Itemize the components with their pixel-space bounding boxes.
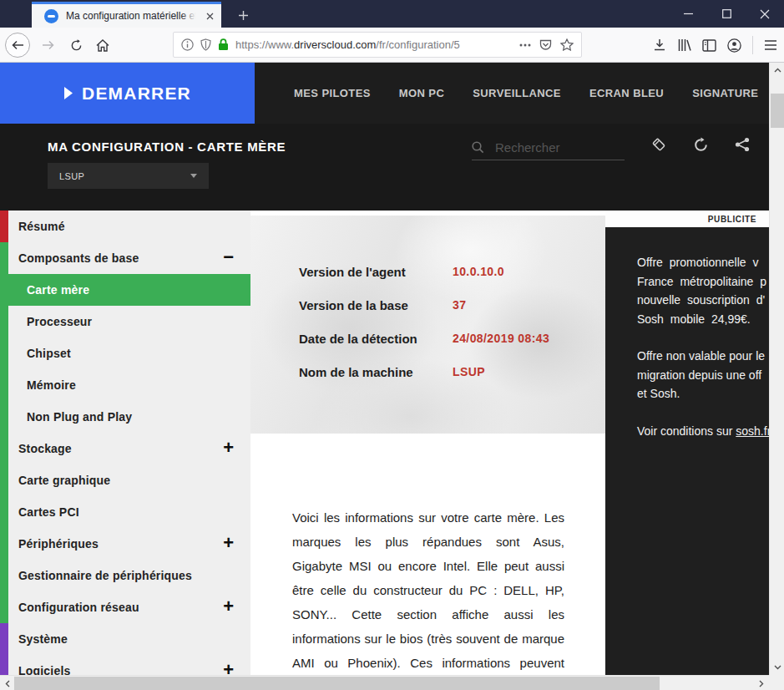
tracking-shield-icon[interactable] bbox=[200, 38, 211, 51]
site-header: DEMARRER MES PILOTES MON PC SURVEILLANCE… bbox=[0, 63, 769, 124]
sidebar-item-carte-graphique[interactable]: Carte graphique bbox=[0, 464, 250, 496]
nav-item-surveillance[interactable]: SURVEILLANCE bbox=[473, 87, 561, 99]
sidebar-item-carte-mere[interactable]: Carte mère bbox=[0, 274, 250, 306]
titlebar: Ma configuration matérielle et bbox=[0, 0, 784, 28]
expand-icon[interactable]: + bbox=[223, 534, 234, 552]
url-bar[interactable]: https://www.driverscloud.com/fr/configur… bbox=[173, 32, 582, 58]
category-strip bbox=[0, 274, 8, 306]
lock-icon[interactable] bbox=[218, 38, 229, 51]
sidebar-item-peripheriques[interactable]: Périphériques + bbox=[0, 528, 250, 560]
page-subheader: MA CONFIGURATION - CARTE MÈRE LSUP bbox=[0, 124, 769, 211]
back-button[interactable] bbox=[5, 33, 30, 58]
expand-icon[interactable]: + bbox=[223, 661, 234, 675]
scroll-left-icon[interactable] bbox=[2, 677, 13, 689]
ad-banner[interactable]: Offre promotionnelle v France métropolit… bbox=[605, 227, 769, 675]
expand-icon[interactable]: + bbox=[223, 439, 234, 457]
info-row: Nom de la machine LSUP bbox=[299, 363, 589, 381]
tag-icon[interactable] bbox=[650, 136, 667, 153]
share-icon[interactable] bbox=[735, 137, 750, 152]
category-strip bbox=[0, 369, 8, 401]
header-action-icons bbox=[650, 136, 750, 153]
category-strip bbox=[0, 560, 8, 591]
page-actions-icon[interactable] bbox=[519, 43, 531, 47]
home-button[interactable] bbox=[90, 33, 115, 58]
sidebar-item-composants-de-base[interactable]: Composants de base − bbox=[0, 242, 250, 274]
category-strip bbox=[0, 433, 8, 464]
category-strip bbox=[0, 464, 8, 496]
pocket-icon[interactable] bbox=[539, 39, 552, 51]
sidebar-item-cartes-pci[interactable]: Cartes PCI bbox=[0, 496, 250, 528]
chevron-down-icon bbox=[190, 174, 197, 178]
search-field[interactable] bbox=[472, 135, 625, 160]
sidebar-item-memoire[interactable]: Mémoire bbox=[0, 369, 250, 401]
sidebar-item-gestionnaire-peripheriques[interactable]: Gestionnaire de périphériques bbox=[0, 560, 250, 591]
refresh-icon[interactable] bbox=[693, 137, 709, 153]
vertical-scrollbar[interactable] bbox=[769, 63, 784, 675]
category-strip bbox=[0, 211, 8, 242]
account-icon[interactable] bbox=[727, 38, 741, 53]
sidebar-item-logiciels[interactable]: Logiciels + bbox=[0, 655, 250, 675]
nav-item-mes-pilotes[interactable]: MES PILOTES bbox=[294, 87, 371, 99]
info-row: Date de la détection 24/08/2019 08:43 bbox=[299, 329, 589, 348]
vertical-scrollbar-thumb[interactable] bbox=[771, 94, 784, 128]
main-content: Version de l'agent 10.0.10.0 Version de … bbox=[250, 211, 605, 675]
browser-tab[interactable]: Ma configuration matérielle et bbox=[32, 2, 221, 28]
ad-column: PUBLICITE Offre promotionnelle v France … bbox=[605, 211, 769, 675]
page-info-icon[interactable] bbox=[181, 38, 194, 51]
scroll-right-icon[interactable] bbox=[756, 677, 767, 689]
search-input[interactable] bbox=[495, 140, 604, 155]
minimize-button[interactable] bbox=[669, 0, 707, 28]
urlbar-actions bbox=[519, 38, 574, 51]
ad-text: Offre promotionnelle v France métropolit… bbox=[637, 253, 769, 440]
sidebar-item-stockage[interactable]: Stockage + bbox=[0, 433, 250, 464]
category-strip bbox=[0, 655, 8, 675]
start-button[interactable]: DEMARRER bbox=[0, 63, 255, 124]
scrollbar-corner bbox=[769, 675, 784, 690]
window-controls bbox=[669, 0, 784, 28]
sidebar-item-chipset[interactable]: Chipset bbox=[0, 337, 250, 369]
close-button[interactable] bbox=[746, 0, 784, 28]
scroll-up-icon[interactable] bbox=[771, 64, 783, 76]
bookmark-star-icon[interactable] bbox=[560, 38, 574, 51]
sidebar-item-processeur[interactable]: Processeur bbox=[0, 306, 250, 337]
new-tab-button[interactable] bbox=[235, 7, 251, 23]
site-body: Résumé Composants de base − Carte mère P… bbox=[0, 211, 769, 675]
expand-icon[interactable]: + bbox=[223, 597, 234, 616]
category-strip bbox=[0, 528, 8, 560]
sidebar-item-resume[interactable]: Résumé bbox=[0, 211, 250, 242]
info-row: Version de l'agent 10.0.10.0 bbox=[299, 262, 589, 281]
info-row: Version de la base 37 bbox=[299, 296, 589, 314]
category-strip bbox=[0, 401, 8, 433]
reload-button[interactable] bbox=[63, 33, 89, 58]
library-icon[interactable] bbox=[677, 38, 691, 52]
category-strip bbox=[0, 242, 8, 274]
tab-close-icon[interactable] bbox=[206, 13, 214, 20]
menu-hamburger-icon[interactable] bbox=[764, 39, 777, 51]
nav-item-ecran-bleu[interactable]: ECRAN BLEU bbox=[589, 87, 664, 99]
toolbar-separator bbox=[752, 36, 753, 54]
tab-title-fade bbox=[181, 8, 200, 28]
play-icon bbox=[63, 86, 73, 100]
page-title: MA CONFIGURATION - CARTE MÈRE bbox=[48, 140, 286, 154]
page-content: DEMARRER MES PILOTES MON PC SURVEILLANCE… bbox=[0, 63, 769, 675]
sidebar-item-systeme[interactable]: Système bbox=[0, 623, 250, 655]
url-text: https://www.driverscloud.com/fr/configur… bbox=[235, 38, 513, 51]
ad-conditions-link[interactable]: sosh.fr bbox=[736, 424, 769, 438]
downloads-icon[interactable] bbox=[653, 38, 666, 52]
forward-button[interactable] bbox=[35, 33, 60, 58]
main-nav: MES PILOTES MON PC SURVEILLANCE ECRAN BL… bbox=[255, 63, 769, 124]
nav-item-mon-pc[interactable]: MON PC bbox=[399, 87, 444, 99]
nav-item-signature[interactable]: SIGNATURE bbox=[692, 87, 758, 99]
category-strip bbox=[0, 306, 8, 337]
machine-select-dropdown[interactable]: LSUP bbox=[48, 163, 209, 189]
sidebar-item-non-plug-and-play[interactable]: Non Plug and Play bbox=[0, 401, 250, 433]
machine-select-value: LSUP bbox=[59, 171, 84, 181]
maximize-button[interactable] bbox=[707, 0, 746, 28]
horizontal-scrollbar[interactable] bbox=[0, 675, 769, 690]
sidebar-item-configuration-reseau[interactable]: Configuration réseau + bbox=[0, 591, 250, 623]
scroll-down-icon[interactable] bbox=[771, 662, 783, 673]
collapse-icon[interactable]: − bbox=[223, 248, 234, 266]
horizontal-scrollbar-thumb[interactable] bbox=[14, 677, 660, 690]
sidebar-toggle-icon[interactable] bbox=[702, 39, 716, 52]
ad-label: PUBLICITE bbox=[605, 211, 769, 227]
